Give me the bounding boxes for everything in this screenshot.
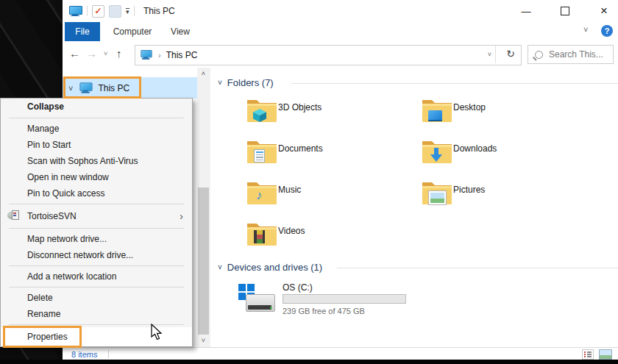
expand-ribbon-chevron-icon[interactable]: ˅ <box>583 25 588 34</box>
folder-icon <box>246 97 277 124</box>
address-bar[interactable]: › This PC ˅ ↻ <box>135 45 522 65</box>
refresh-icon[interactable]: ↻ <box>506 48 515 60</box>
folder-label: Videos <box>278 226 305 236</box>
search-input[interactable]: Search This... <box>528 45 614 64</box>
folder-tile-downloads[interactable]: Downloads <box>386 138 555 171</box>
menu-item-pin-to-start[interactable]: Pin to Start <box>1 137 192 153</box>
folder-label: Pictures <box>453 185 485 195</box>
divider <box>134 6 135 16</box>
folder-icon <box>422 138 452 165</box>
folder-label: Downloads <box>453 143 497 154</box>
ribbon-tab-bar: File Computer View ˅ ? <box>63 22 618 42</box>
back-button[interactable]: ← <box>69 47 80 60</box>
new-folder-icon[interactable] <box>109 5 121 18</box>
folder-tile-music[interactable]: ♪ Music <box>210 179 380 212</box>
divider <box>337 268 618 268</box>
collapse-section-chevron-icon[interactable]: ˅ <box>218 263 222 271</box>
folder-tile-documents[interactable]: Documents <box>210 138 380 171</box>
menu-item-tortoisesvn[interactable]: TortoiseSVN › <box>1 207 192 226</box>
menu-item-disconnect-network-drive[interactable]: Disconnect network drive... <box>1 247 192 263</box>
minimize-button[interactable]: — <box>511 0 541 22</box>
window-title: This PC <box>143 6 175 16</box>
film-strip-icon <box>254 230 265 243</box>
breadcrumb-separator-icon: › <box>158 51 161 60</box>
scroll-up-icon[interactable]: ˄ <box>197 68 210 80</box>
scrollbar-thumb[interactable] <box>198 188 209 335</box>
properties-check-icon[interactable]: ✓ <box>92 5 104 18</box>
divider <box>87 6 88 16</box>
search-placeholder: Search This... <box>549 49 603 60</box>
drive-capacity-text: 239 GB free of 475 GB <box>283 307 365 315</box>
folder-tile-desktop[interactable]: Desktop <box>386 97 555 129</box>
menu-separator <box>1 285 192 290</box>
recent-locations-chevron-icon[interactable]: ˅ <box>104 50 107 57</box>
annotation-box-this-pc <box>63 76 141 99</box>
divider <box>495 46 496 63</box>
customize-toolbar-caret-icon[interactable]: ▾ <box>126 8 129 15</box>
folder-icon <box>246 221 277 247</box>
quick-access-toolbar: ✓ ▾ <box>69 4 135 18</box>
maximize-button[interactable] <box>550 0 580 22</box>
menu-item-open-new-window[interactable]: Open in new window <box>1 169 192 185</box>
folder-icon <box>422 97 452 124</box>
menu-separator <box>1 115 192 121</box>
folder-tile-3d-objects[interactable]: 3D Objects <box>210 97 380 129</box>
menu-item-pin-quick-access[interactable]: Pin to Quick access <box>1 185 192 201</box>
content-pane: ˅ Folders (7) 3D Objects Desktop <box>210 68 618 347</box>
title-bar: ✓ ▾ This PC — × <box>63 0 618 22</box>
folder-icon: ♪ <box>246 179 277 206</box>
annotation-box-properties <box>3 326 82 348</box>
this-pc-icon <box>141 50 152 60</box>
divider <box>108 350 109 358</box>
photo-icon <box>429 191 446 204</box>
scrollbar[interactable]: ˄ ˅ <box>197 68 210 347</box>
document-icon <box>254 149 265 163</box>
divider <box>291 83 618 84</box>
computer-icon <box>69 6 82 17</box>
menu-item-add-network-location[interactable]: Add a network location <box>1 268 192 285</box>
details-view-icon[interactable] <box>582 349 594 360</box>
devices-section-header[interactable]: ˅ Devices and drives (1) <box>218 262 322 273</box>
monitor-icon <box>428 110 442 121</box>
menu-separator <box>1 226 192 231</box>
tab-computer[interactable]: Computer <box>108 22 157 41</box>
menu-item-delete[interactable]: Delete <box>1 290 192 306</box>
up-button[interactable]: ↑ <box>116 47 122 60</box>
folder-label: 3D Objects <box>278 102 322 113</box>
folder-label: Documents <box>278 143 323 154</box>
submenu-arrow-icon: › <box>180 207 183 226</box>
thumbnails-view-icon[interactable] <box>599 349 612 360</box>
hard-drive-icon <box>246 294 275 312</box>
help-icon[interactable]: ? <box>601 25 613 37</box>
drive-usage-bar <box>283 294 406 304</box>
address-bar-row: ← → ˅ ↑ › This PC ˅ ↻ Search This... <box>63 41 618 68</box>
drive-name: OS (C:) <box>283 282 313 293</box>
tab-view[interactable]: View <box>164 22 196 41</box>
folder-tile-pictures[interactable]: Pictures <box>386 179 555 212</box>
breadcrumb-location[interactable]: This PC <box>166 50 198 60</box>
cube-icon <box>252 108 267 123</box>
forward-button[interactable]: → <box>86 47 97 60</box>
menu-item-label: TortoiseSVN <box>27 211 77 221</box>
folders-section-header[interactable]: ˅ Folders (7) <box>218 77 274 88</box>
menu-item-properties[interactable]: Properties <box>1 327 192 346</box>
menu-item-rename[interactable]: Rename <box>1 306 192 322</box>
desktop-edge-strip <box>0 360 618 364</box>
collapse-section-chevron-icon[interactable]: ˅ <box>218 79 222 87</box>
folder-icon <box>422 179 452 206</box>
drive-tile-os-c[interactable]: OS (C:) 239 GB free of 475 GB <box>210 282 416 319</box>
download-arrow-icon <box>430 148 443 163</box>
scroll-down-icon[interactable]: ˅ <box>197 335 210 347</box>
address-dropdown-chevron-icon[interactable]: ˅ <box>488 51 491 58</box>
menu-item-scan-sophos[interactable]: Scan with Sophos Anti-Virus <box>1 153 192 169</box>
menu-item-collapse[interactable]: Collapse <box>1 99 192 115</box>
close-button[interactable]: × <box>589 0 618 22</box>
maximize-icon <box>561 7 569 15</box>
folder-tile-videos[interactable]: Videos <box>210 221 380 253</box>
menu-item-map-network-drive[interactable]: Map network drive... <box>1 231 192 247</box>
folder-label: Music <box>278 185 301 195</box>
search-icon <box>535 51 543 59</box>
menu-separator <box>1 263 192 268</box>
tab-file[interactable]: File <box>65 22 100 41</box>
menu-item-manage[interactable]: Manage <box>1 121 192 137</box>
